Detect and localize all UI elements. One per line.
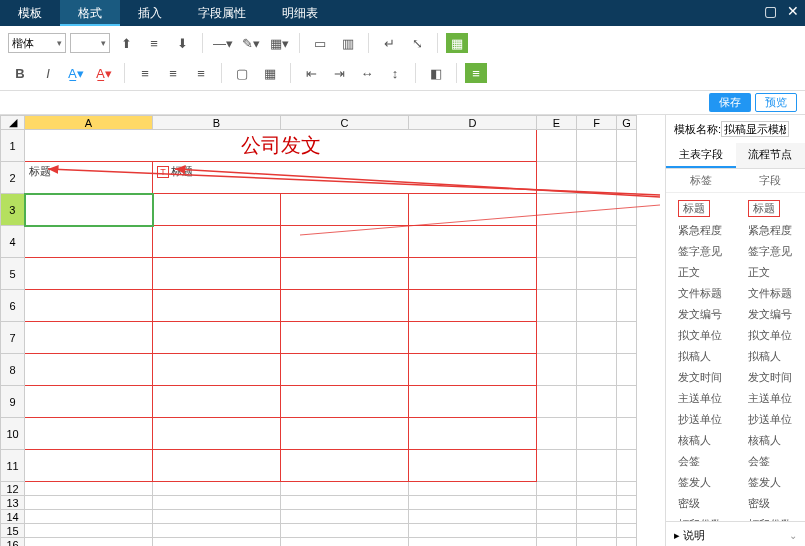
cell-C9[interactable]: [281, 386, 409, 418]
cell-E7[interactable]: [537, 322, 577, 354]
field-label[interactable]: 标题: [666, 200, 736, 217]
cell-D8[interactable]: [409, 354, 537, 386]
valign-bottom-icon[interactable]: ⬇: [170, 32, 194, 54]
highlight-cell-icon[interactable]: ▦: [446, 33, 468, 53]
field-label[interactable]: 发文时间: [666, 370, 736, 385]
cell-G13[interactable]: [617, 496, 637, 510]
indent-decrease-icon[interactable]: ⇤: [299, 62, 323, 84]
cell-F13[interactable]: [577, 496, 617, 510]
row-header-9[interactable]: 9: [1, 386, 25, 418]
fill-color-icon[interactable]: A̲▾: [64, 62, 88, 84]
field-name[interactable]: 拟稿人: [736, 349, 806, 364]
cell-A13[interactable]: [25, 496, 153, 510]
footer-help-label[interactable]: 说明: [683, 529, 705, 541]
cell-G12[interactable]: [617, 482, 637, 496]
field-label[interactable]: 密级: [666, 496, 736, 511]
field-name[interactable]: 文件标题: [736, 286, 806, 301]
cell-A3[interactable]: [25, 194, 153, 226]
row-header-8[interactable]: 8: [1, 354, 25, 386]
field-row-10[interactable]: 抄送单位抄送单位: [666, 409, 805, 430]
cell-G6[interactable]: [617, 290, 637, 322]
field-row-15[interactable]: 打印份数打印份数: [666, 514, 805, 521]
cell-C7[interactable]: [281, 322, 409, 354]
cell-G7[interactable]: [617, 322, 637, 354]
field-name[interactable]: 会签: [736, 454, 806, 469]
field-name[interactable]: 主送单位: [736, 391, 806, 406]
spreadsheet[interactable]: ◢ A B C D E F G 1公司发文2标题T标题3456789101112…: [0, 115, 637, 546]
cell-A4[interactable]: [25, 226, 153, 258]
cell-B12[interactable]: [153, 482, 281, 496]
row-header-2[interactable]: 2: [1, 162, 25, 194]
cell-G14[interactable]: [617, 510, 637, 524]
cell-F12[interactable]: [577, 482, 617, 496]
cell-G10[interactable]: [617, 418, 637, 450]
cell-E11[interactable]: [537, 450, 577, 482]
row-header-11[interactable]: 11: [1, 450, 25, 482]
field-row-8[interactable]: 发文时间发文时间: [666, 367, 805, 388]
col-header-C[interactable]: C: [281, 116, 409, 130]
cell-E9[interactable]: [537, 386, 577, 418]
field-label[interactable]: 拟稿人: [666, 349, 736, 364]
cell-C8[interactable]: [281, 354, 409, 386]
save-button[interactable]: 保存: [709, 93, 751, 112]
cell-E13[interactable]: [537, 496, 577, 510]
cell-D5[interactable]: [409, 258, 537, 290]
field-row-0[interactable]: 标题标题: [666, 197, 805, 220]
cell-A5[interactable]: [25, 258, 153, 290]
cell-G5[interactable]: [617, 258, 637, 290]
cell-F7[interactable]: [577, 322, 617, 354]
valign-middle-icon[interactable]: ≡: [142, 32, 166, 54]
field-name[interactable]: 抄送单位: [736, 412, 806, 427]
field-label[interactable]: 抄送单位: [666, 412, 736, 427]
cell-G9[interactable]: [617, 386, 637, 418]
cell-D11[interactable]: [409, 450, 537, 482]
line-color-icon[interactable]: ✎▾: [239, 32, 263, 54]
cell-D15[interactable]: [409, 524, 537, 538]
field-name[interactable]: 发文时间: [736, 370, 806, 385]
row-header-15[interactable]: 15: [1, 524, 25, 538]
cell-A9[interactable]: [25, 386, 153, 418]
cell-D4[interactable]: [409, 226, 537, 258]
cell-A12[interactable]: [25, 482, 153, 496]
row-header-14[interactable]: 14: [1, 510, 25, 524]
field-row-12[interactable]: 会签会签: [666, 451, 805, 472]
field-label[interactable]: 主送单位: [666, 391, 736, 406]
cell-G16[interactable]: [617, 538, 637, 547]
cell-B10[interactable]: [153, 418, 281, 450]
font-color-icon[interactable]: A̲▾: [92, 62, 116, 84]
cell-F8[interactable]: [577, 354, 617, 386]
field-name[interactable]: 紧急程度: [736, 223, 806, 238]
field-row-14[interactable]: 密级密级: [666, 493, 805, 514]
field-row-4[interactable]: 文件标题文件标题: [666, 283, 805, 304]
field-row-3[interactable]: 正文正文: [666, 262, 805, 283]
cell-F5[interactable]: [577, 258, 617, 290]
cell-G15[interactable]: [617, 524, 637, 538]
field-label[interactable]: 发文编号: [666, 307, 736, 322]
border-outer-icon[interactable]: ▢: [230, 62, 254, 84]
cell-C6[interactable]: [281, 290, 409, 322]
menu-format[interactable]: 格式: [60, 0, 120, 26]
col-header-F[interactable]: F: [577, 116, 617, 130]
col-header-A[interactable]: A: [25, 116, 153, 130]
field-row-7[interactable]: 拟稿人拟稿人: [666, 346, 805, 367]
cell-D6[interactable]: [409, 290, 537, 322]
cell-C15[interactable]: [281, 524, 409, 538]
valign-top-icon[interactable]: ⬆: [114, 32, 138, 54]
row-header-4[interactable]: 4: [1, 226, 25, 258]
cell-B2[interactable]: T标题: [153, 162, 537, 194]
cell-E4[interactable]: [537, 226, 577, 258]
cell-E10[interactable]: [537, 418, 577, 450]
field-row-9[interactable]: 主送单位主送单位: [666, 388, 805, 409]
row-header-6[interactable]: 6: [1, 290, 25, 322]
col-header-B[interactable]: B: [153, 116, 281, 130]
field-name[interactable]: 标题: [736, 200, 806, 217]
tab-main-fields[interactable]: 主表字段: [666, 143, 736, 168]
cell-G4[interactable]: [617, 226, 637, 258]
cell-A14[interactable]: [25, 510, 153, 524]
cell-E5[interactable]: [537, 258, 577, 290]
align-right-icon[interactable]: ≡: [189, 62, 213, 84]
row-header-13[interactable]: 13: [1, 496, 25, 510]
window-restore-icon[interactable]: ▢: [764, 3, 777, 19]
field-label[interactable]: 核稿人: [666, 433, 736, 448]
cell-G11[interactable]: [617, 450, 637, 482]
